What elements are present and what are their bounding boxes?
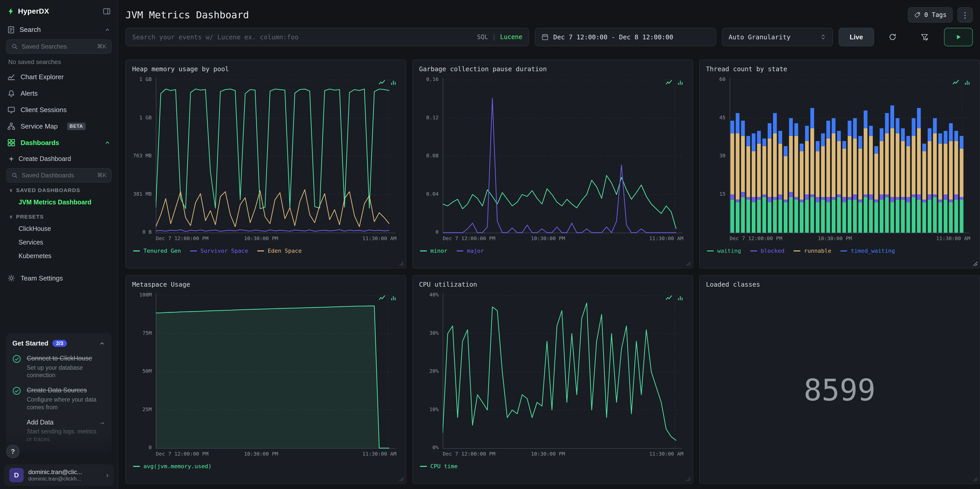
refresh-button[interactable] bbox=[883, 28, 902, 46]
resize-handle[interactable] bbox=[686, 261, 691, 266]
help-button[interactable]: ? bbox=[6, 445, 19, 458]
legend-label: Survivor Space bbox=[200, 248, 248, 254]
lang-toggle-lucene[interactable]: Lucene bbox=[500, 33, 522, 41]
legend-dash-icon bbox=[190, 250, 197, 252]
line-chart-icon[interactable] bbox=[665, 294, 673, 301]
legend-item[interactable]: runnable bbox=[794, 248, 831, 254]
user-menu[interactable]: D dominic.tran@clic... dominic.tran@clic… bbox=[4, 464, 114, 486]
no-saved-searches-note: No saved searches bbox=[0, 54, 118, 68]
create-dashboard-button[interactable]: Create Dashboard bbox=[0, 151, 118, 167]
date-range-picker[interactable]: Dec 7 12:00:00 - Dec 8 12:00:00 bbox=[535, 28, 716, 46]
panel-title: Heap memory usage by pool bbox=[132, 65, 399, 73]
x-axis-labels: Dec 7 12:00:00 PM10:30:00 PM11:30:00 AM bbox=[156, 235, 396, 242]
x-tick-label: Dec 7 12:00:00 PM bbox=[156, 235, 208, 241]
panel-menu-button[interactable]: ⋮ bbox=[958, 7, 973, 22]
tags-button[interactable]: 0 Tags bbox=[908, 7, 953, 22]
line-chart-icon[interactable] bbox=[379, 79, 386, 86]
sidebar-item-chart-explorer[interactable]: Chart Explorer bbox=[0, 68, 118, 85]
sidebar-item-label: Chart Explorer bbox=[21, 73, 64, 81]
shortcut-badge: ⌘K bbox=[97, 172, 107, 179]
sidebar-section-search[interactable]: Search bbox=[0, 21, 118, 38]
run-query-button[interactable] bbox=[944, 28, 973, 46]
preset-item-services[interactable]: Services bbox=[0, 236, 118, 249]
line-chart-icon[interactable] bbox=[665, 79, 673, 86]
lang-toggle-sql[interactable]: SQL bbox=[477, 33, 488, 41]
presets-group-header[interactable]: ∨ PRESETS bbox=[0, 209, 118, 222]
chart-gc-pause[interactable]: 00.040.080.120.16 bbox=[419, 77, 686, 233]
sidebar-item-client-sessions[interactable]: Client Sessions bbox=[0, 102, 118, 118]
saved-dashboards-group-header[interactable]: ∨ SAVED DASHBOARDS bbox=[0, 183, 118, 195]
chevron-up-icon[interactable] bbox=[99, 340, 105, 347]
resize-handle[interactable] bbox=[399, 261, 404, 266]
resize-handle[interactable] bbox=[686, 477, 691, 482]
bar-chart-icon[interactable] bbox=[390, 79, 398, 86]
y-tick-label: 0 B bbox=[132, 229, 152, 235]
legend-item[interactable]: Eden Space bbox=[257, 248, 302, 254]
legend-dash-icon bbox=[420, 250, 427, 252]
bar-chart-icon[interactable] bbox=[677, 294, 684, 301]
preset-item-clickhouse[interactable]: ClickHouse bbox=[0, 222, 118, 236]
legend-item[interactable]: major bbox=[457, 248, 484, 254]
chevron-right-icon: › bbox=[106, 471, 108, 479]
chart-heap-memory[interactable]: 0 B381 MB763 MB1 GB1 GB bbox=[132, 77, 399, 233]
x-tick-label: Dec 7 12:00:00 PM bbox=[156, 451, 208, 457]
collapse-sidebar-icon[interactable] bbox=[103, 8, 111, 15]
saved-searches-input[interactable]: Saved Searches ⌘K bbox=[6, 39, 111, 54]
chart-cpu-utilization[interactable]: 0%10%20%30%40% bbox=[419, 292, 686, 449]
chart-metaspace[interactable]: 025M50M75M100M bbox=[132, 292, 399, 449]
logo-bolt-icon bbox=[7, 8, 14, 15]
preset-item-kubernetes[interactable]: Kubernetes bbox=[0, 249, 118, 263]
bar-chart-icon[interactable] bbox=[964, 79, 971, 86]
legend-item[interactable]: CPU time bbox=[420, 463, 458, 470]
legend-label: minor bbox=[430, 248, 447, 254]
y-tick-label: 15 bbox=[706, 191, 725, 197]
line-chart-icon[interactable] bbox=[379, 294, 386, 301]
line-chart-icon[interactable] bbox=[952, 79, 959, 86]
chart-thread-count[interactable]: 15304560 bbox=[706, 77, 973, 233]
resize-handle[interactable] bbox=[973, 477, 978, 482]
y-tick-label: 45 bbox=[706, 115, 725, 121]
bar-chart-icon[interactable] bbox=[390, 294, 398, 301]
y-tick-label: 1 GB bbox=[132, 115, 152, 121]
panel-heap-memory: Heap memory usage by pool 0 B381 MB763 M… bbox=[126, 60, 406, 268]
panel-title: Loaded classes bbox=[706, 281, 973, 288]
legend-label: avg(jvm.memory.used) bbox=[143, 463, 212, 470]
y-tick-label: 763 MB bbox=[132, 153, 152, 159]
sidebar-item-service-map[interactable]: Service Map BETA bbox=[0, 118, 118, 134]
loaded-classes-value: 8599 bbox=[700, 306, 980, 473]
sidebar-item-dashboards[interactable]: Dashboards bbox=[0, 134, 118, 151]
app-logo[interactable]: HyperDX bbox=[7, 7, 49, 16]
resize-handle[interactable] bbox=[973, 261, 978, 266]
get-started-step-sources[interactable]: Create Data Sources Configure where your… bbox=[12, 386, 105, 411]
event-search-input[interactable]: Search your events w/ Lucene ex. column:… bbox=[126, 28, 529, 46]
y-axis-labels: 00.040.080.120.16 bbox=[419, 77, 440, 233]
legend-item[interactable]: blocked bbox=[751, 248, 784, 254]
saved-dashboards-input[interactable]: Saved Dashboards ⌘K bbox=[6, 168, 111, 183]
get-started-title: Get Started bbox=[12, 339, 48, 347]
arrow-right-icon[interactable]: → bbox=[99, 418, 105, 426]
legend-item[interactable]: Tenured Gen bbox=[133, 248, 181, 254]
y-tick-label: 40% bbox=[419, 292, 439, 298]
legend-item[interactable]: Survivor Space bbox=[190, 248, 248, 254]
chevron-up-icon[interactable] bbox=[104, 140, 111, 146]
y-tick-label: 10% bbox=[419, 406, 439, 413]
chevron-up-icon[interactable] bbox=[104, 27, 111, 33]
resize-handle[interactable] bbox=[399, 477, 404, 482]
legend-label: major bbox=[467, 248, 484, 254]
legend-item[interactable]: waiting bbox=[707, 248, 741, 254]
legend-item[interactable]: avg(jvm.memory.used) bbox=[133, 463, 212, 470]
plus-icon bbox=[8, 156, 14, 162]
bell-icon bbox=[7, 89, 16, 97]
legend-item[interactable]: minor bbox=[420, 248, 447, 254]
saved-dashboard-item-jvm[interactable]: JVM Metrics Dashboard bbox=[0, 195, 118, 209]
get-started-step-connect[interactable]: Connect to ClickHouse Set up your databa… bbox=[12, 354, 105, 379]
bar-chart-icon[interactable] bbox=[677, 79, 684, 86]
saved-dashboards-placeholder: Saved Dashboards bbox=[22, 172, 74, 179]
live-button[interactable]: Live bbox=[838, 28, 874, 46]
filter-edit-button[interactable] bbox=[915, 28, 934, 46]
get-started-step-add-data[interactable]: Add Data → Start sending logs, metrics o… bbox=[12, 418, 105, 443]
legend-item[interactable]: timed_waiting bbox=[840, 248, 895, 254]
sidebar-item-alerts[interactable]: Alerts bbox=[0, 85, 118, 102]
sidebar-item-team-settings[interactable]: Team Settings bbox=[0, 270, 118, 287]
granularity-select[interactable]: Auto Granularity bbox=[722, 28, 833, 46]
